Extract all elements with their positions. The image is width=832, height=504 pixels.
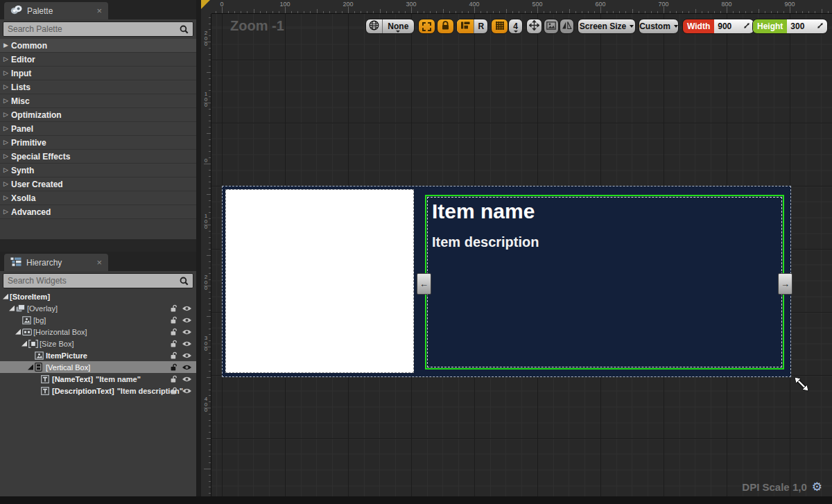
tree-row-itempicture[interactable]: ItemPicture (0, 349, 196, 361)
fill-rule-dropdown[interactable]: Custom (639, 19, 679, 34)
grid-snap-button[interactable] (491, 19, 508, 34)
hierarchy-search-input[interactable]: Search Widgets (3, 273, 193, 288)
resize-handle-right[interactable]: → (778, 273, 792, 295)
eye-icon[interactable] (182, 317, 192, 324)
dashed-outline-icon (422, 22, 431, 31)
gear-icon[interactable]: ⚙ (812, 481, 822, 493)
expand-arrow-icon[interactable] (9, 306, 15, 311)
resize-handle-left[interactable]: ← (417, 273, 431, 295)
tree-row-vertical-box[interactable]: [Vertical Box] (0, 361, 196, 373)
tree-row-horizontal-box[interactable]: [Horizontal Box] (0, 326, 196, 338)
tree-row-size-box[interactable]: [Size Box] (0, 338, 196, 349)
palette-category-label: Special Effects (11, 152, 70, 162)
tree-row-overlay[interactable]: [Overlay] (0, 302, 196, 314)
palette-category-editor[interactable]: ▷Editor (0, 53, 196, 67)
expand-arrow-icon[interactable] (21, 341, 27, 347)
tree-row-nametext[interactable]: [NameText]"Item name" (0, 373, 196, 385)
tab-palette[interactable]: Palette × (4, 2, 108, 19)
lock-icon[interactable] (170, 363, 178, 372)
umg-designer-window: Palette × Search Palette ▶Common▷Editor▷… (0, 0, 832, 504)
palette-category-optimization[interactable]: ▷Optimization (0, 108, 196, 122)
eye-icon[interactable] (182, 352, 192, 359)
palette-category-misc[interactable]: ▷Misc (0, 94, 196, 108)
image-icon (22, 316, 33, 324)
palette-category-xsolla[interactable]: ▷Xsolla (0, 191, 196, 205)
expanded-arrow-icon[interactable]: ▶ (3, 42, 11, 49)
collapsed-arrow-icon[interactable]: ▷ (3, 84, 11, 90)
eye-icon[interactable] (182, 388, 192, 394)
collapsed-arrow-icon[interactable]: ▷ (3, 153, 11, 159)
resize-diagonal-icon[interactable] (743, 21, 750, 31)
lock-icon[interactable] (170, 328, 178, 336)
palette-category-primitive[interactable]: ▷Primitive (0, 136, 196, 150)
palette-category-panel[interactable]: ▷Panel (0, 122, 196, 136)
palette-search-input[interactable]: Search Palette (3, 21, 193, 37)
palette-category-lists[interactable]: ▷Lists (0, 80, 196, 94)
preview-background-button[interactable] (544, 19, 559, 34)
panel-divider[interactable] (196, 0, 201, 504)
r-toggle-button[interactable]: R (474, 19, 487, 33)
tab-hierarchy[interactable]: Hierarchy × (4, 254, 108, 271)
outline-toggle-button[interactable] (418, 19, 435, 34)
collapsed-arrow-icon[interactable]: ▷ (3, 167, 11, 173)
designer-toolbar: None R 4 Screen Size Custom Width 900 He… (201, 0, 832, 42)
item-name-text[interactable]: Item name (432, 200, 535, 223)
expand-arrow-icon[interactable] (15, 329, 21, 335)
expand-arrow-icon[interactable] (28, 365, 33, 370)
lock-icon[interactable] (170, 304, 178, 313)
tree-row-bg[interactable]: [bg] (0, 314, 196, 326)
palette-category-advanced[interactable]: ▷Advanced (0, 205, 196, 219)
ruler-tick (209, 390, 211, 390)
lock-icon[interactable] (170, 351, 178, 360)
item-description-text[interactable]: Item description (432, 234, 539, 250)
eye-icon[interactable] (182, 376, 192, 383)
collapsed-arrow-icon[interactable]: ▷ (3, 195, 11, 201)
close-icon[interactable]: × (96, 258, 102, 267)
collapsed-arrow-icon[interactable]: ▷ (3, 98, 11, 104)
store-item-widget-root[interactable]: Item name Item description ← → (222, 186, 791, 377)
eye-icon[interactable] (182, 364, 192, 371)
expand-arrow-icon[interactable] (3, 294, 8, 299)
collapsed-arrow-icon[interactable]: ▷ (3, 112, 11, 118)
transform-mode-button[interactable] (526, 19, 542, 34)
lock-icon[interactable] (170, 387, 178, 395)
collapsed-arrow-icon[interactable]: ▷ (3, 125, 11, 132)
item-picture-box[interactable] (225, 189, 414, 373)
snap-size-dropdown[interactable]: 4 (508, 19, 523, 34)
ruler-tick (209, 273, 211, 274)
vertical-box-selection[interactable]: Item name Item description (425, 195, 784, 370)
lock-icon[interactable] (170, 316, 178, 324)
eye-icon[interactable] (182, 340, 192, 347)
lock-widgets-button[interactable] (437, 19, 454, 34)
close-icon[interactable]: × (96, 6, 102, 15)
localization-preview-dropdown[interactable]: None (382, 19, 414, 33)
respect-locks-button[interactable] (457, 19, 474, 33)
lock-icon[interactable] (170, 375, 178, 383)
palette-category-special-effects[interactable]: ▷Special Effects (0, 150, 196, 164)
lock-icon[interactable] (170, 340, 178, 348)
eye-icon[interactable] (182, 329, 192, 336)
collapsed-arrow-icon[interactable]: ▷ (3, 70, 11, 76)
ruler-tick (209, 371, 211, 372)
palette-category-input[interactable]: ▷Input (0, 67, 196, 80)
hierarchy-search-row: Search Widgets (0, 271, 196, 290)
localization-preview-button[interactable] (366, 19, 382, 33)
collapsed-arrow-icon[interactable]: ▷ (3, 181, 11, 187)
collapsed-arrow-icon[interactable]: ▷ (3, 209, 11, 215)
tree-row-storeitem[interactable]: [StoreItem] (0, 290, 196, 302)
height-label: Height (753, 19, 787, 33)
designer-canvas[interactable]: 0100200300400500600700800900 20010001002… (201, 0, 832, 504)
collapsed-arrow-icon[interactable]: ▷ (3, 56, 11, 62)
palette-category-synth[interactable]: ▷Synth (0, 164, 196, 177)
eye-icon[interactable] (182, 305, 192, 312)
tree-row-descriptiontext[interactable]: [DescriptionText]"Item description" (0, 385, 196, 397)
palette-category-user-created[interactable]: ▷User Created (0, 177, 196, 191)
height-input[interactable]: 300 (787, 19, 827, 33)
width-input[interactable]: 900 (714, 19, 754, 33)
flip-preview-button[interactable] (560, 19, 574, 34)
collapsed-arrow-icon[interactable]: ▷ (3, 139, 11, 146)
screen-size-dropdown[interactable]: Screen Size (578, 19, 636, 34)
resize-diagonal-icon[interactable] (817, 21, 824, 31)
palette-category-common[interactable]: ▶Common (0, 39, 196, 53)
width-label: Width (683, 19, 714, 33)
